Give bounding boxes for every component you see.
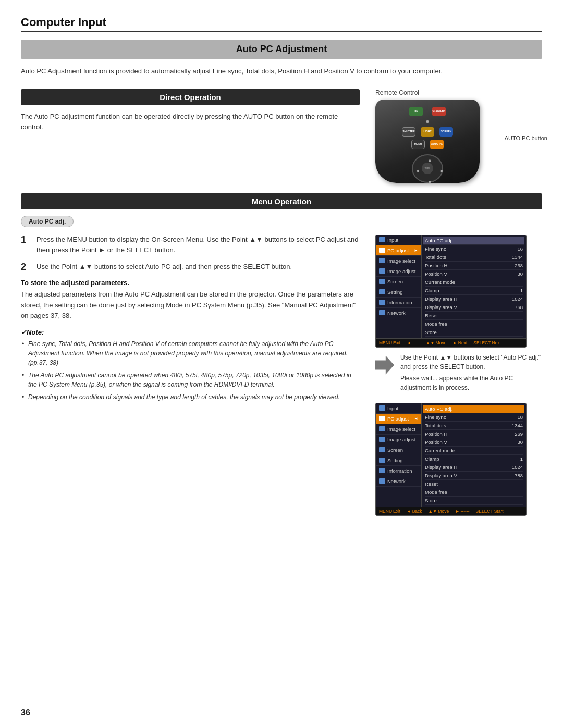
menu-op-cols: 1 Press the MENU button to display the O… <box>21 235 542 516</box>
standby-button: STAND-BY <box>432 107 446 116</box>
menu-op-left: 1 Press the MENU button to display the O… <box>21 235 360 516</box>
on-button: ON <box>409 107 423 116</box>
osd-sidebar-pcadjust: PC adjust ► <box>376 245 421 256</box>
osd-item-posh: Position H268 <box>425 262 523 270</box>
step2-callout-text2: Please wait... appears while the Auto PC… <box>400 374 542 392</box>
osd2-sidebar-imgsel: Image select <box>376 424 421 435</box>
pcadjust-icon <box>379 248 385 253</box>
store-text: The adjusted parameters from the Auto PC… <box>21 289 360 320</box>
autopc-callout: AUTO PC button <box>474 135 547 141</box>
osd-item-totaldots: Total dots1344 <box>425 253 523 262</box>
imgadj2-icon <box>379 437 385 442</box>
note-bullet-1: Fine sync, Total dots, Position H and Po… <box>21 339 360 367</box>
setting2-icon <box>379 458 385 463</box>
ir-emitter <box>426 120 429 123</box>
direct-operation-section: Direct Operation The Auto PC adjustment … <box>21 89 542 183</box>
screen-osd-icon <box>379 279 385 284</box>
callout-line <box>474 138 503 138</box>
osd-1-inner: Input PC adjust ► Image select <box>376 235 526 338</box>
osd-item-dispv: Display area V768 <box>425 303 523 312</box>
network2-icon <box>379 478 385 484</box>
pcadjust2-icon <box>379 416 385 421</box>
osd-sidebar-imgsel: Image select <box>376 256 421 266</box>
direct-op-right: Remote Control ON STAND-BY SHUTTER LIGHT… <box>375 89 542 183</box>
imgsel-icon <box>379 258 385 263</box>
screen2-osd-icon <box>379 447 385 452</box>
step-2-num: 2 <box>21 262 31 273</box>
shutter-button: SHUTTER <box>402 127 415 137</box>
osd-screen-2: Input PC adjust ◄ Image select <box>375 403 527 516</box>
autopc-callout-text: AUTO PC button <box>505 135 547 141</box>
light-button: LIGHT <box>421 127 434 137</box>
osd-item-store: Store <box>425 328 523 337</box>
osd2-sidebar-info: Information <box>376 466 421 476</box>
section-title: Auto PC Adjustment <box>236 44 327 54</box>
setting-icon <box>379 289 385 294</box>
big-arrow-icon <box>375 356 394 375</box>
direct-op-left: Direct Operation The Auto PC adjustment … <box>21 89 360 183</box>
page-number: 36 <box>21 708 30 718</box>
page-container: Computer Input Auto PC Adjustment Auto P… <box>0 0 563 728</box>
osd-1-sidebar: Input PC adjust ► Image select <box>376 235 422 338</box>
osd2-sidebar-screen: Screen <box>376 445 421 455</box>
osd2-item-finesync: Fine sync18 <box>425 413 523 422</box>
menu-op-right: Input PC adjust ► Image select <box>375 235 542 516</box>
osd-item-modefree: Mode free <box>425 320 523 328</box>
osd-sidebar-imgadj: Image adjust <box>376 266 421 277</box>
osd2-sidebar-setting: Setting <box>376 455 421 466</box>
osd2-item-disph: Display area H1024 <box>425 463 523 472</box>
osd-2-sidebar: Input PC adjust ◄ Image select <box>376 403 422 507</box>
osd2-item-clamp: Clamp1 <box>425 455 523 463</box>
osd2-item-store: Store <box>425 497 523 505</box>
step2-callout-text: Use the Point ▲▼ buttons to select "Auto… <box>400 353 542 392</box>
osd-1-content: Auto PC adj. Fine sync16 Total dots1344 … <box>422 235 526 338</box>
osd-item-disph: Display area H1024 <box>425 295 523 303</box>
osd-sidebar-input: Input <box>376 235 421 245</box>
note-bullet-2: The Auto PC adjustment cannot be operate… <box>21 371 360 389</box>
remote-control-image: ON STAND-BY SHUTTER LIGHT SCREEN MENU AU… <box>375 100 480 183</box>
remote-label: Remote Control <box>375 89 542 96</box>
input-icon <box>379 237 385 242</box>
osd-item-curmode: Current mode <box>425 278 523 287</box>
osd2-item-posh: Position H269 <box>425 430 523 438</box>
osd-2-inner: Input PC adjust ◄ Image select <box>376 403 526 507</box>
osd-item-finesync: Fine sync16 <box>425 245 523 253</box>
remote-top-row: ON STAND-BY <box>409 107 446 116</box>
osd2-item-dispv: Display area V788 <box>425 472 523 480</box>
remote-container: ON STAND-BY SHUTTER LIGHT SCREEN MENU AU… <box>375 100 480 183</box>
steps: 1 Press the MENU button to display the O… <box>21 235 360 273</box>
step-1-text: Press the MENU button to display the On-… <box>36 235 360 255</box>
osd-item-reset: Reset <box>425 312 523 320</box>
screen-button: SCREEN <box>439 127 453 137</box>
osd2-sidebar-input: Input <box>376 403 421 414</box>
osd-item-autopcadj: Auto PC adj. <box>423 237 524 245</box>
step-1-row: 1 Press the MENU button to display the O… <box>21 235 360 255</box>
info2-icon <box>379 468 385 473</box>
imgsel2-icon <box>379 426 385 431</box>
remote-mid-row: SHUTTER LIGHT SCREEN <box>402 127 453 137</box>
autopc-button: AUTO PC <box>430 140 444 149</box>
note-bullet-3: Depending on the condition of signals an… <box>21 392 360 402</box>
step-2-row: 2 Use the Point ▲▼ buttons to select Aut… <box>21 262 360 273</box>
page-header: Computer Input <box>21 16 542 32</box>
info-icon <box>379 300 385 305</box>
menu-button-remote: MENU <box>411 140 425 149</box>
osd2-item-modefree: Mode free <box>425 488 523 497</box>
osd2-sidebar-pcadjust: PC adjust ◄ <box>376 414 421 424</box>
intro-text: Auto PC Adjustment function is provided … <box>21 66 542 77</box>
osd2-item-autopcadj: Auto PC adj. <box>423 405 524 413</box>
note-section: ✓Note: Fine sync, Total dots, Position H… <box>21 328 360 402</box>
section-title-box: Auto PC Adjustment <box>21 40 542 59</box>
osd-screen-1: Input PC adjust ► Image select <box>375 235 527 348</box>
store-heading: To store the adjusted parameters. <box>21 279 360 287</box>
direct-op-body: The Auto PC adjustment function can be o… <box>21 112 360 132</box>
osd-sidebar-network: Network <box>376 308 421 318</box>
page-title: Computer Input <box>21 16 106 29</box>
osd2-item-curmode: Current mode <box>425 447 523 455</box>
osd-sidebar-screen: Screen <box>376 277 421 287</box>
osd-2-content: Auto PC adj. Fine sync18 Total dots1344 … <box>422 403 526 507</box>
step2-arrow-block: Use the Point ▲▼ buttons to select "Auto… <box>375 353 542 392</box>
step2-callout-text1: Use the Point ▲▼ buttons to select "Auto… <box>400 353 542 372</box>
auto-pc-adj-pill: Auto PC adj. <box>21 216 74 227</box>
osd-2-footer: MENUExit ◄Back ▲▼Move ►------ SELECTStar… <box>376 507 526 515</box>
